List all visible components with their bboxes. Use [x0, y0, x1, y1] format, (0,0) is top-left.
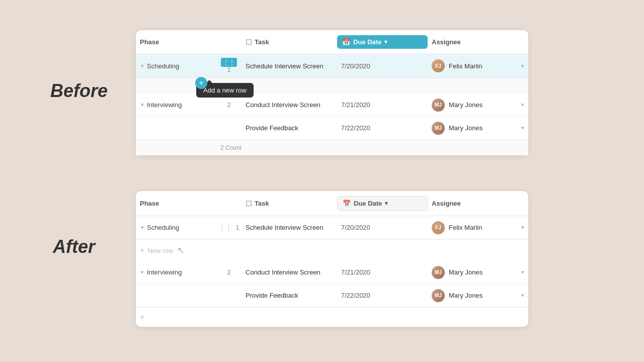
avatar-mary-1-after: MJ: [432, 266, 445, 279]
phase-cell-empty-after: [136, 292, 216, 300]
task-scheduling-before: Schedule Interview Screen: [242, 58, 337, 74]
assignee-conduct-before: MJ Mary Jones ▾: [428, 95, 528, 116]
chevron-scheduling-after: ▾: [141, 224, 144, 231]
task-feedback-after: Provide Feedback: [242, 288, 337, 303]
th-num-after: [216, 202, 242, 206]
calendar-icon-before: 📅: [342, 38, 350, 46]
cursor-icon: ↖: [177, 245, 185, 256]
dropdown-mary-1-before[interactable]: ▾: [521, 102, 524, 108]
chevron-due-date-after: ▾: [385, 200, 388, 207]
avatar-felix-before: FJ: [432, 59, 445, 72]
calendar-icon-after: 📅: [343, 200, 351, 207]
scheduling-row-before: ▾ Scheduling ⋮⋮ 1 Schedule Interview Scr…: [136, 54, 528, 78]
avatar-mary-1-before: MJ: [432, 99, 445, 112]
before-table: Phase ☐ Task 📅 Due Date ▾ Assignee ▾ Sch…: [136, 30, 528, 155]
task-icon-after: ☐: [246, 200, 252, 208]
phase-cell-scheduling-before: ▾ Scheduling: [136, 58, 216, 74]
assignee-scheduling-after: FJ Felix Marlin ▾: [428, 217, 528, 238]
avatar-mary-2-before: MJ: [432, 122, 445, 135]
chevron-due-date-before: ▾: [384, 39, 387, 45]
chevron-interviewing-before: ▾: [141, 102, 144, 108]
num-empty-before: [216, 124, 242, 132]
date-scheduling-before: 7/20/2020: [337, 58, 428, 74]
new-row-plus-icon: +: [140, 246, 144, 255]
th-num-before: [216, 40, 242, 44]
num-interviewing-before: 2: [216, 97, 242, 113]
task-scheduling-after: Schedule Interview Screen: [242, 220, 337, 235]
th-task-after: ☐ Task: [242, 198, 337, 210]
new-row-placeholder[interactable]: + New row ↖: [136, 239, 528, 261]
dropdown-mary-2-after[interactable]: ▾: [521, 292, 524, 299]
date-conduct-before: 7/21/2020: [337, 97, 428, 113]
chevron-scheduling-before: ▾: [141, 63, 144, 69]
th-due-date-before[interactable]: 📅 Due Date ▾: [337, 35, 428, 49]
num-cell-scheduling-after: ⋮⋮ 1: [216, 220, 242, 235]
date-feedback-before: 7/22/2020: [337, 120, 428, 136]
avatar-felix-after: FJ: [432, 221, 445, 234]
assignee-conduct-after: MJ Mary Jones ▾: [428, 262, 528, 283]
table-header-before: Phase ☐ Task 📅 Due Date ▾ Assignee: [136, 30, 528, 54]
drag-handle-after[interactable]: ⋮⋮: [219, 224, 232, 231]
num-interviewing-after: 2: [216, 264, 242, 280]
th-task-before: ☐ Task: [242, 36, 337, 48]
date-feedback-after: 7/22/2020: [337, 288, 428, 303]
task-feedback-before: Provide Feedback: [242, 120, 337, 136]
dropdown-mary-1-after[interactable]: ▾: [521, 269, 524, 276]
table-header-after: Phase ☐ Task 📅 Due Date ▾ Assignee: [136, 191, 528, 216]
avatar-mary-2-after: MJ: [432, 289, 445, 302]
add-row-plus-button[interactable]: +: [195, 77, 207, 89]
phase-cell-scheduling-after: ▾ Scheduling: [136, 220, 216, 235]
dropdown-felix-before[interactable]: ▾: [521, 63, 524, 69]
count-row-scheduling-before: 1 Count: [136, 78, 528, 94]
bottom-plus-after[interactable]: +: [136, 307, 528, 327]
th-phase-before: Phase: [136, 36, 216, 48]
after-table: Phase ☐ Task 📅 Due Date ▾ Assignee ▾ Sch…: [136, 191, 528, 327]
count-scheduling-before: 1 Count: [216, 82, 528, 89]
assignee-feedback-after: MJ Mary Jones ▾: [428, 285, 528, 306]
num-empty-after: [216, 292, 242, 300]
interviewing-row-2-before: Provide Feedback 7/22/2020 MJ Mary Jones…: [136, 117, 528, 140]
scheduling-row-after: ▾ Scheduling ⋮⋮ 1 Schedule Interview Scr…: [136, 216, 528, 239]
th-due-date-after[interactable]: 📅 Due Date ▾: [337, 196, 428, 211]
interviewing-row-2-after: Provide Feedback 7/22/2020 MJ Mary Jones…: [136, 284, 528, 307]
task-conduct-after: Conduct Interview Screen: [242, 264, 337, 280]
phase-cell-interviewing-after: ▾ Interviewing: [136, 264, 216, 280]
after-label: After: [53, 236, 95, 257]
interviewing-row-1-after: ▾ Interviewing 2 Conduct Interview Scree…: [136, 261, 528, 284]
num-cell-scheduling-before: ⋮⋮ 1: [216, 54, 242, 77]
assignee-feedback-before: MJ Mary Jones ▾: [428, 118, 528, 139]
th-assignee-after: Assignee: [428, 198, 528, 209]
before-label: Before: [50, 80, 108, 102]
task-conduct-before: Conduct Interview Screen: [242, 97, 337, 113]
th-phase-after: Phase: [136, 198, 216, 209]
th-assignee-before: Assignee: [428, 36, 528, 48]
phase-cell-interviewing-before: ▾ Interviewing: [136, 97, 216, 113]
dropdown-felix-after[interactable]: ▾: [521, 224, 524, 231]
date-conduct-after: 7/21/2020: [337, 264, 428, 280]
phase-cell-empty-before: [136, 124, 216, 132]
date-scheduling-after: 7/20/2020: [337, 220, 428, 235]
count-interviewing-before: 2 Count: [216, 144, 528, 151]
assignee-scheduling-before: FJ Felix Marlin ▾: [428, 55, 528, 76]
dropdown-mary-2-before[interactable]: ▾: [521, 125, 524, 131]
new-row-label: New row: [147, 247, 173, 254]
chevron-interviewing-after: ▾: [141, 269, 144, 276]
task-icon-before: ☐: [246, 38, 252, 46]
count-row-interviewing-before: 2 Count: [136, 140, 528, 155]
interviewing-row-1-before: ▾ Interviewing 2 Conduct Interview Scree…: [136, 94, 528, 117]
